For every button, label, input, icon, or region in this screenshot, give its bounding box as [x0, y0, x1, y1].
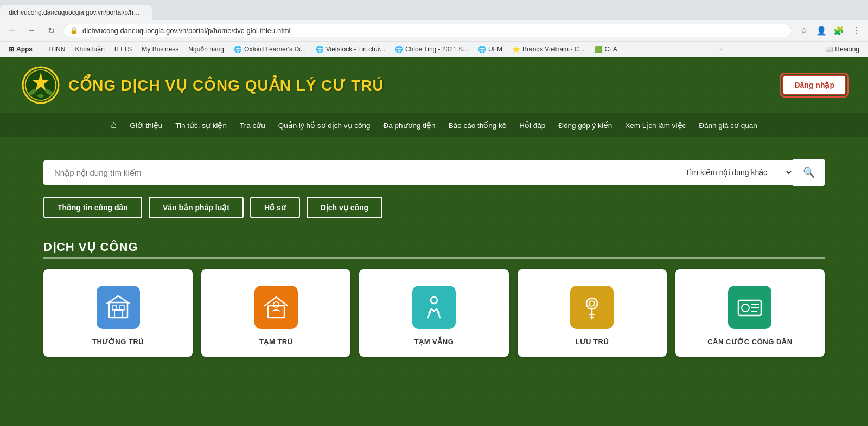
- nav-bao-cao[interactable]: Báo cáo thống kê: [449, 121, 507, 130]
- svg-point-5: [37, 94, 44, 98]
- more-bookmarks[interactable]: »: [719, 46, 723, 53]
- filter-dich-vu-cong[interactable]: Dịch vụ công: [307, 197, 382, 218]
- luu-tru-icon-wrapper: [570, 286, 614, 329]
- service-card-tam-vang[interactable]: TẠM VẮNG: [359, 269, 508, 357]
- service-cards: THƯỜNG TRÚ TẠM TRÚ: [43, 269, 825, 357]
- id-card-icon: [736, 294, 763, 321]
- tam-tru-icon-wrapper: [254, 286, 298, 329]
- nav-da-phuong-tien[interactable]: Đa phương tiện: [384, 121, 436, 130]
- service-card-can-cuoc[interactable]: CĂN CƯỚC CÔNG DÂN: [675, 269, 825, 357]
- apps-grid-icon: ⊞: [9, 46, 14, 53]
- nav-tra-cuu[interactable]: Tra cứu: [240, 121, 265, 130]
- main-nav: ⌂ Giới thiệu Tin tức, sự kiện Tra cứu Qu…: [0, 113, 868, 137]
- filter-ho-so[interactable]: Hồ sơ: [250, 197, 300, 218]
- bookmarks-bar: ⊞ Apps | THNN Khóa luận IELTS My Busines…: [0, 41, 868, 57]
- thuong-tru-label: THƯỜNG TRÚ: [92, 338, 144, 346]
- back-button[interactable]: ←: [4, 23, 20, 38]
- url-text: dichvucong.dancuquocgia.gov.vn/portal/p/…: [82, 27, 291, 35]
- filter-van-ban-phap-luat[interactable]: Văn bản pháp luật: [149, 197, 244, 218]
- search-input[interactable]: [43, 160, 674, 185]
- svg-rect-7: [114, 310, 122, 318]
- bookmark-divider: |: [39, 46, 41, 53]
- bookmark-nguon-hang[interactable]: Nguồn hàng: [184, 44, 228, 55]
- nav-hoi-dap[interactable]: Hỏi đáp: [519, 121, 545, 130]
- bookmark-chloe[interactable]: 🌐 Chloe Ting - 2021 S...: [391, 44, 473, 55]
- service-card-thuong-tru[interactable]: THƯỜNG TRÚ: [43, 269, 193, 357]
- browser-actions: ☆ 👤 🧩 ⋮: [796, 23, 864, 38]
- bookmark-star-button[interactable]: ☆: [796, 23, 812, 38]
- service-card-tam-tru[interactable]: TẠM TRÚ: [201, 269, 350, 357]
- bookmark-brands[interactable]: ⭐ Brands Vietnam - C...: [508, 44, 589, 55]
- nav-home[interactable]: ⌂: [111, 119, 117, 131]
- services-title: DỊCH VỤ CÔNG: [43, 240, 825, 254]
- filter-thong-tin-cong-dan[interactable]: Thông tin công dân: [43, 197, 142, 218]
- bookmark-oxford[interactable]: 🌐 Oxford Learner's Di...: [229, 44, 310, 55]
- ufm-favicon: 🌐: [478, 46, 486, 53]
- tam-tru-label: TẠM TRÚ: [259, 338, 293, 346]
- svg-rect-9: [120, 306, 124, 310]
- svg-point-16: [589, 301, 595, 306]
- bookmark-ielts[interactable]: IELTS: [110, 44, 136, 55]
- lock-icon: 🔒: [70, 27, 78, 34]
- svg-point-20: [742, 304, 749, 312]
- menu-button[interactable]: ⋮: [848, 23, 864, 38]
- nav-gioi-thieu[interactable]: Giới thiệu: [130, 121, 162, 130]
- search-dropdown[interactable]: Tìm kiếm nội dung khácDịch vụ côngTin tứ…: [674, 160, 793, 185]
- cfa-favicon: 🟩: [594, 46, 602, 53]
- nav-lich-lam-viec[interactable]: Xem Lịch làm việc: [625, 121, 686, 130]
- nav-tin-tuc[interactable]: Tin tức, sự kiện: [175, 121, 227, 130]
- active-tab[interactable]: dichvucong.dancuquocgia.gov.vn/portal/p/…: [0, 5, 152, 20]
- bookmark-vietstock[interactable]: 🌐 Vietstock - Tin chứ...: [311, 44, 390, 55]
- extensions-button[interactable]: 🧩: [831, 23, 846, 38]
- nav-danh-gia[interactable]: Đánh giá cơ quan: [699, 121, 757, 130]
- can-cuoc-label: CĂN CƯỚC CÔNG DÂN: [707, 338, 792, 346]
- login-button[interactable]: Đăng nhập: [782, 75, 846, 95]
- profile-button[interactable]: 👤: [814, 23, 829, 38]
- bookmark-ufm[interactable]: 🌐 UFM: [474, 44, 507, 55]
- building-icon: [105, 294, 132, 321]
- svg-rect-8: [112, 306, 117, 310]
- tab-title: dichvucong.dancuquocgia.gov.vn/portal/p/…: [9, 9, 152, 16]
- browser-toolbar: ← → ↻ 🔒 dichvucong.dancuquocgia.gov.vn/p…: [0, 20, 868, 41]
- search-button[interactable]: 🔍: [793, 159, 825, 186]
- nav-quan-ly-ho-so[interactable]: Quản lý hồ sơ dịch vụ công: [278, 121, 371, 130]
- page-wrapper: CỔNG DỊCH VỤ CÔNG QUẢN LÝ CƯ TRÚ Đăng nh…: [0, 57, 868, 410]
- filter-buttons: Thông tin công dân Văn bản pháp luật Hồ …: [43, 197, 825, 218]
- address-bar[interactable]: 🔒 dichvucong.dancuquocgia.gov.vn/portal/…: [63, 24, 792, 37]
- vietstock-favicon: 🌐: [316, 46, 324, 53]
- tam-vang-icon-wrapper: [412, 286, 456, 329]
- reading-mode-button[interactable]: 📖 Reading: [821, 44, 864, 55]
- bookmark-apps[interactable]: ⊞ Apps: [4, 44, 37, 55]
- bookmark-khoa-luan[interactable]: Khóa luận: [71, 44, 108, 55]
- bookmark-cfa[interactable]: 🟩 CFA: [590, 44, 621, 55]
- svg-point-12: [431, 297, 437, 304]
- key-location-icon: [578, 294, 605, 321]
- header-right: Đăng nhập: [782, 75, 846, 95]
- svg-point-11: [273, 302, 279, 307]
- house-person-icon: [263, 294, 290, 321]
- bookmark-thnn[interactable]: THNN: [43, 44, 69, 55]
- logo-area: CỔNG DỊCH VỤ CÔNG QUẢN LÝ CƯ TRÚ: [22, 66, 384, 104]
- reading-icon: 📖: [825, 46, 833, 53]
- thuong-tru-icon-wrapper: [97, 286, 140, 329]
- can-cuoc-icon-wrapper: [728, 286, 771, 329]
- person-travel-icon: [420, 294, 448, 321]
- site-header: CỔNG DỊCH VỤ CÔNG QUẢN LÝ CƯ TRÚ Đăng nh…: [0, 57, 868, 113]
- browser-chrome: dichvucong.dancuquocgia.gov.vn/portal/p/…: [0, 0, 868, 57]
- nav-dong-gop[interactable]: Đóng góp ý kiến: [558, 121, 612, 130]
- luu-tru-label: LƯU TRÚ: [575, 338, 609, 346]
- forward-button[interactable]: →: [24, 23, 39, 38]
- services-section: DỊCH VỤ CÔNG THƯỜNG TRÚ: [43, 240, 825, 357]
- oxford-favicon: 🌐: [234, 46, 242, 53]
- chloe-favicon: 🌐: [395, 46, 403, 53]
- search-container: Tìm kiếm nội dung khácDịch vụ côngTin tứ…: [43, 159, 825, 186]
- logo-emblem: [22, 66, 60, 104]
- section-divider: [43, 257, 825, 259]
- browser-tabs: dichvucong.dancuquocgia.gov.vn/portal/p/…: [0, 0, 868, 20]
- brands-favicon: ⭐: [512, 46, 520, 53]
- svg-point-15: [586, 298, 597, 309]
- bookmark-my-business[interactable]: My Business: [137, 44, 183, 55]
- reload-button[interactable]: ↻: [43, 23, 59, 38]
- tam-vang-label: TẠM VẮNG: [414, 338, 454, 346]
- service-card-luu-tru[interactable]: LƯU TRÚ: [518, 269, 667, 357]
